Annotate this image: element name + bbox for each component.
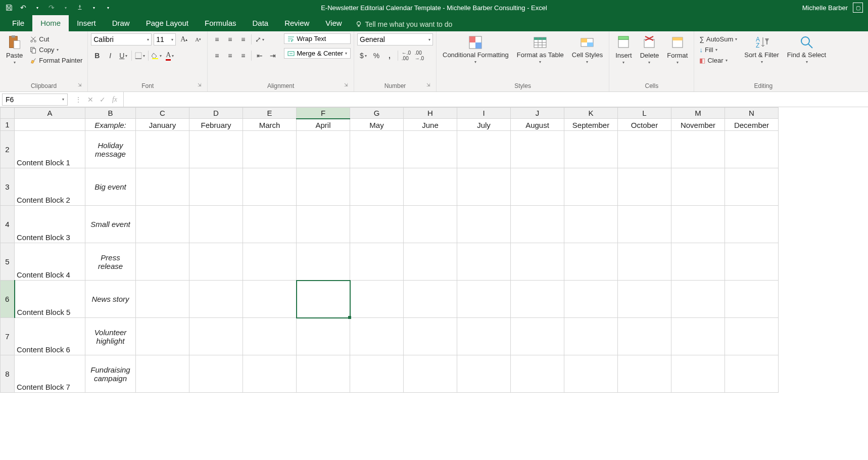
cell-G8[interactable] (350, 355, 404, 393)
cell-D6[interactable] (189, 281, 243, 318)
align-bottom-button[interactable]: ≡ (237, 33, 249, 45)
cell-N8[interactable] (725, 355, 779, 393)
column-header-G[interactable]: G (350, 108, 404, 119)
align-center-button[interactable]: ≡ (224, 50, 236, 62)
cell-M6[interactable] (671, 281, 725, 318)
align-top-button[interactable]: ≡ (211, 33, 223, 45)
bold-button[interactable]: B (91, 50, 103, 62)
format-cells-button[interactable]: Format▾ (664, 33, 691, 66)
cell-B6[interactable]: News story (85, 281, 136, 318)
cell-J5[interactable] (511, 243, 564, 281)
cell-E4[interactable] (243, 206, 297, 243)
insert-function-button[interactable]: fx (109, 96, 120, 104)
cell-A7[interactable]: Content Block 6 (15, 318, 85, 355)
cell-B3[interactable]: Big event (85, 168, 136, 206)
cell-D1[interactable]: February (189, 119, 243, 131)
cell-L5[interactable] (618, 243, 671, 281)
cell-G7[interactable] (350, 318, 404, 355)
cell-L1[interactable]: October (618, 119, 671, 131)
merge-center-button[interactable]: Merge & Center ▾ (284, 48, 351, 59)
increase-font-button[interactable]: A▴ (178, 33, 190, 45)
cell-D7[interactable] (189, 318, 243, 355)
cell-H4[interactable] (404, 206, 457, 243)
cell-B1[interactable]: Example: (85, 119, 136, 131)
cell-E8[interactable] (243, 355, 297, 393)
cell-J1[interactable]: August (511, 119, 564, 131)
italic-button[interactable]: I (104, 50, 116, 62)
column-header-H[interactable]: H (404, 108, 457, 119)
column-header-A[interactable]: A (15, 108, 85, 119)
format-painter-button[interactable]: Format Painter (28, 56, 84, 65)
cell-M3[interactable] (671, 168, 725, 206)
copy-button[interactable]: Copy ▾ (28, 45, 84, 55)
redo-dropdown[interactable]: ▾ (60, 2, 72, 14)
align-left-button[interactable]: ≡ (211, 50, 223, 62)
cell-J6[interactable] (511, 281, 564, 318)
tab-draw[interactable]: Draw (104, 15, 138, 31)
cell-C8[interactable] (136, 355, 189, 393)
cell-J4[interactable] (511, 206, 564, 243)
align-middle-button[interactable]: ≡ (224, 33, 236, 45)
cell-G5[interactable] (350, 243, 404, 281)
accounting-format-button[interactable]: $ (357, 50, 369, 62)
tab-home[interactable]: Home (32, 15, 69, 31)
cell-E5[interactable] (243, 243, 297, 281)
select-all-corner[interactable] (1, 108, 15, 119)
cell-I2[interactable] (457, 131, 511, 168)
cell-L4[interactable] (618, 206, 671, 243)
cell-A2[interactable]: Content Block 1 (15, 131, 85, 168)
cell-G2[interactable] (350, 131, 404, 168)
touch-mode-button[interactable] (74, 2, 86, 14)
cell-K7[interactable] (564, 318, 618, 355)
cell-I5[interactable] (457, 243, 511, 281)
cell-M8[interactable] (671, 355, 725, 393)
cell-M5[interactable] (671, 243, 725, 281)
formula-input[interactable] (124, 94, 868, 106)
cell-K6[interactable] (564, 281, 618, 318)
cell-M1[interactable]: November (671, 119, 725, 131)
comma-format-button[interactable]: , (383, 50, 396, 62)
cell-K2[interactable] (564, 131, 618, 168)
cell-F8[interactable] (297, 355, 350, 393)
qat-customize[interactable]: ▾ (102, 2, 114, 14)
column-header-F[interactable]: F (297, 108, 350, 119)
cell-E2[interactable] (243, 131, 297, 168)
cell-M2[interactable] (671, 131, 725, 168)
expand-formula-button[interactable]: ⋮ (73, 96, 84, 104)
ribbon-display-options[interactable]: ▢ (853, 3, 863, 13)
column-header-B[interactable]: B (85, 108, 136, 119)
cell-I7[interactable] (457, 318, 511, 355)
paste-button[interactable]: Paste ▾ (3, 33, 26, 66)
cell-G6[interactable] (350, 281, 404, 318)
cell-B2[interactable]: Holiday message (85, 131, 136, 168)
cell-H2[interactable] (404, 131, 457, 168)
cell-D8[interactable] (189, 355, 243, 393)
row-header-8[interactable]: 8 (1, 355, 15, 393)
column-header-M[interactable]: M (671, 108, 725, 119)
cell-A4[interactable]: Content Block 3 (15, 206, 85, 243)
cell-N4[interactable] (725, 206, 779, 243)
cell-I1[interactable]: July (457, 119, 511, 131)
cell-N6[interactable] (725, 281, 779, 318)
cell-N5[interactable] (725, 243, 779, 281)
tab-view[interactable]: View (317, 15, 350, 31)
fill-color-button[interactable] (151, 50, 163, 62)
name-box[interactable]: F6▾ (2, 94, 68, 106)
underline-button[interactable]: U (117, 50, 129, 62)
tab-review[interactable]: Review (276, 15, 317, 31)
format-as-table-button[interactable]: Format as Table▾ (514, 33, 567, 65)
cell-N3[interactable] (725, 168, 779, 206)
cell-C6[interactable] (136, 281, 189, 318)
redo-button[interactable]: ↷ (45, 2, 58, 14)
cell-N1[interactable]: December (725, 119, 779, 131)
tab-insert[interactable]: Insert (69, 15, 104, 31)
cancel-formula-button[interactable]: ✕ (85, 96, 96, 104)
fill-button[interactable]: ↓Fill ▾ (697, 45, 739, 55)
cell-H6[interactable] (404, 281, 457, 318)
cut-button[interactable]: Cut (28, 34, 84, 44)
cell-J2[interactable] (511, 131, 564, 168)
cell-C7[interactable] (136, 318, 189, 355)
cell-K5[interactable] (564, 243, 618, 281)
tab-file[interactable]: File (4, 15, 32, 31)
row-header-7[interactable]: 7 (1, 318, 15, 355)
